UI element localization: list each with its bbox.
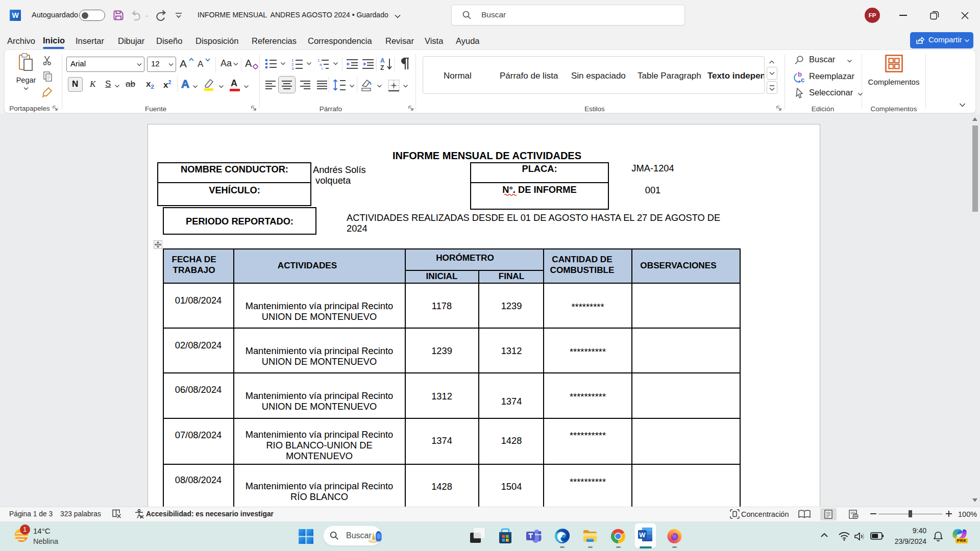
svg-text:3: 3 — [291, 66, 294, 70]
svg-text:A: A — [380, 57, 385, 64]
svg-text:W: W — [12, 11, 19, 19]
svg-text:Z: Z — [380, 64, 384, 71]
svg-text:W: W — [639, 531, 646, 539]
svg-text:c: c — [801, 76, 804, 83]
svg-text:i: i — [322, 66, 323, 70]
